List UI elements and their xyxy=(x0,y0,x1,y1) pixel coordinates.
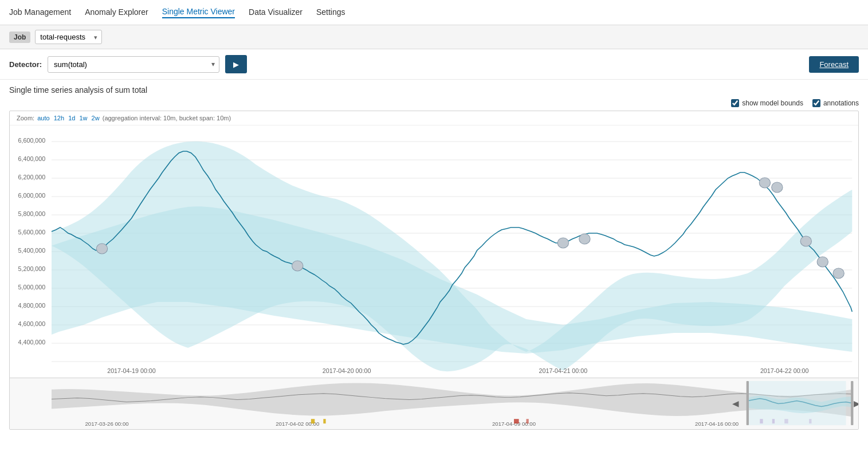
anomaly-dot-4[interactable] xyxy=(759,178,770,188)
y-label-7: 5,200,000 xyxy=(18,266,46,272)
mini-bar-1 xyxy=(323,419,325,423)
annotations-label[interactable]: annotations xyxy=(812,99,859,107)
annotations-text: annotations xyxy=(823,99,859,107)
forecast-button[interactable]: Forecast xyxy=(809,56,859,73)
mini-x-0: 2017-03-26 00:00 xyxy=(85,421,129,427)
show-model-bounds-label[interactable]: show model bounds xyxy=(731,99,803,107)
chart-title: Single time series analysis of sum total xyxy=(9,85,859,95)
zoom-bar: Zoom: auto 12h 1d 1w 2w (aggregation int… xyxy=(10,111,858,125)
main-chart-svg: 6,600,000 6,400,000 6,200,000 6,000,000 … xyxy=(10,125,858,378)
y-label-11: 4,400,000 xyxy=(18,339,46,346)
job-select[interactable]: total-requests xyxy=(35,30,102,44)
top-navigation: Job Management Anomaly Explorer Single M… xyxy=(0,0,868,25)
detector-row: Detector: sum(total) Forecast xyxy=(0,49,868,80)
y-label-3: 6,000,000 xyxy=(18,193,46,199)
chart-controls: show model bounds annotations xyxy=(9,99,859,107)
aggregation-info: (aggregation interval: 10m, bucket span:… xyxy=(103,115,231,121)
y-label-4: 5,800,000 xyxy=(18,211,46,217)
anomaly-dot-3[interactable] xyxy=(579,234,590,244)
anomaly-dot-0[interactable] xyxy=(96,244,107,254)
nav-single-metric-viewer[interactable]: Single Metric Viewer xyxy=(162,7,235,18)
mini-bar-3 xyxy=(526,419,528,423)
anomaly-dot-7[interactable] xyxy=(817,257,828,267)
detector-label: Detector: xyxy=(9,60,42,69)
zoom-1w[interactable]: 1w xyxy=(79,115,87,121)
zoom-auto[interactable]: auto xyxy=(37,115,49,121)
y-label-5: 5,600,000 xyxy=(18,229,46,236)
nav-settings[interactable]: Settings xyxy=(316,7,345,18)
mini-right-arrow[interactable]: ▶ xyxy=(854,399,858,408)
x-label-0: 2017-04-19 00:00 xyxy=(107,368,156,374)
show-model-bounds-checkbox[interactable] xyxy=(731,99,739,107)
play-button[interactable] xyxy=(225,55,247,73)
mini-chart-container: ◀ ▶ 2017-03-26 00:00 2017-04-02 00:00 20… xyxy=(10,378,858,429)
nav-data-visualizer[interactable]: Data Visualizer xyxy=(249,7,303,18)
mini-left-arrow[interactable]: ◀ xyxy=(732,399,739,408)
anomaly-dot-2[interactable] xyxy=(557,238,568,248)
job-label: Job xyxy=(9,32,30,43)
mini-chart-svg: ◀ ▶ 2017-03-26 00:00 2017-04-02 00:00 20… xyxy=(10,378,858,429)
y-label-10: 4,600,000 xyxy=(18,321,46,327)
y-label-2: 6,200,000 xyxy=(18,174,46,180)
mini-bar-5 xyxy=(772,419,775,423)
nav-anomaly-explorer[interactable]: Anomaly Explorer xyxy=(85,7,148,18)
mini-bar-0 xyxy=(311,419,315,423)
mini-bar-4 xyxy=(760,419,763,423)
anomaly-dot-5[interactable] xyxy=(772,182,783,193)
zoom-12h[interactable]: 12h xyxy=(54,115,64,121)
zoom-2w[interactable]: 2w xyxy=(92,115,100,121)
y-label-8: 5,000,000 xyxy=(18,284,46,291)
x-label-1: 2017-04-20 00:00 xyxy=(323,368,371,374)
y-label-9: 4,800,000 xyxy=(18,303,46,309)
mini-bar-2 xyxy=(514,419,519,423)
anomaly-dot-6[interactable] xyxy=(800,236,811,246)
mini-bar-6 xyxy=(784,419,788,423)
job-bar: Job total-requests xyxy=(0,25,868,49)
zoom-label: Zoom: xyxy=(17,115,34,121)
mini-handle-left[interactable] xyxy=(747,381,749,425)
nav-job-management[interactable]: Job Management xyxy=(9,7,71,18)
x-label-3: 2017-04-22 00:00 xyxy=(760,368,809,374)
mini-handle-right[interactable] xyxy=(851,381,853,425)
mini-bar-7 xyxy=(809,419,811,423)
mini-x-3: 2017-04-16 00:00 xyxy=(695,421,739,427)
detector-select-wrapper: sum(total) xyxy=(48,56,219,73)
anomaly-dot-8[interactable] xyxy=(833,268,844,278)
chart-container: Zoom: auto 12h 1d 1w 2w (aggregation int… xyxy=(9,111,859,430)
y-label-6: 5,400,000 xyxy=(18,248,46,254)
main-chart-area: 6,600,000 6,400,000 6,200,000 6,000,000 … xyxy=(10,125,858,378)
detector-select[interactable]: sum(total) xyxy=(48,56,219,73)
anomaly-dot-1[interactable] xyxy=(292,261,303,271)
job-select-wrapper: total-requests xyxy=(35,30,102,44)
zoom-1d[interactable]: 1d xyxy=(68,115,75,121)
annotations-checkbox[interactable] xyxy=(812,99,820,107)
y-label-0: 6,600,000 xyxy=(18,138,46,144)
y-label-1: 6,400,000 xyxy=(18,156,46,162)
show-model-bounds-text: show model bounds xyxy=(742,99,803,107)
x-label-2: 2017-04-21 00:00 xyxy=(539,368,588,374)
chart-section: Single time series analysis of sum total… xyxy=(0,80,868,430)
